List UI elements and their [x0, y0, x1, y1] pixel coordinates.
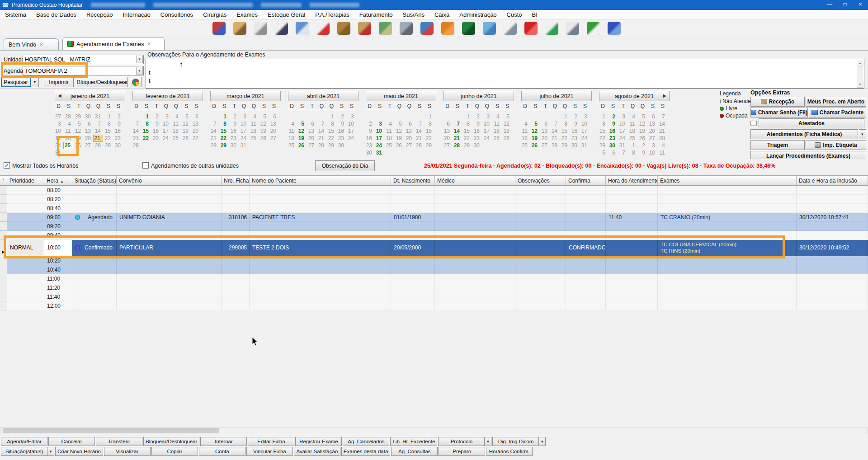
toolbar-ledger-icon[interactable] — [462, 22, 475, 35]
calendar-day-free[interactable]: 21 — [452, 135, 462, 142]
schedule-row-12-00[interactable]: 12:00 — [0, 301, 868, 310]
calendar-day[interactable]: 15 — [462, 127, 472, 135]
calendar-day[interactable]: 27 — [307, 142, 316, 149]
calendar-day[interactable]: 13 — [307, 127, 316, 135]
calendar-day[interactable]: 27 — [647, 135, 657, 142]
calendar-month-header[interactable]: fevereiro de 2021 — [132, 91, 203, 101]
conta-button[interactable]: Conta — [199, 447, 245, 456]
menu-item-p-a-terapias[interactable]: P.A./Terapias — [310, 10, 354, 20]
calendar-day[interactable]: 6 — [647, 113, 657, 120]
calendar-day[interactable]: 23 — [364, 142, 374, 149]
menu-item-base-de-dados[interactable]: Base de Dados — [31, 10, 81, 20]
calendar-day-free[interactable]: 15 — [141, 127, 151, 135]
imp-etiqueta-button[interactable]: Imp. Etiqueta — [806, 140, 866, 150]
calendar-day[interactable]: 18 — [627, 127, 637, 135]
mostrar-todos-checkbox[interactable]: ✓ — [4, 162, 10, 169]
dropdown-icon[interactable]: ▼ — [859, 129, 866, 139]
calendar-day[interactable]: 2 — [229, 113, 239, 120]
toolbar-finance-doc-icon[interactable] — [545, 22, 558, 35]
calendar-day[interactable]: 19 — [73, 135, 83, 142]
column-header-observa-es[interactable]: Observações — [515, 176, 566, 186]
menu-item-caixa[interactable]: Caixa — [429, 10, 454, 20]
calendar-day[interactable]: 5 — [73, 120, 83, 127]
calendar-day[interactable]: 14 — [316, 127, 326, 135]
calendar-day[interactable]: 18 — [171, 127, 181, 135]
calendar-day[interactable]: 17 — [482, 127, 492, 135]
protocolo-button[interactable]: Protocolo — [438, 437, 485, 446]
calendar-day[interactable]: 1 — [462, 113, 472, 120]
calendar-month-header[interactable]: agosto de 2021▶ — [599, 91, 670, 101]
atendimentos-ficha-m-dica-button[interactable]: Atendimentos (Ficha Médica) — [750, 129, 858, 139]
toolbar-medical-records-icon[interactable] — [233, 22, 246, 35]
calendar-day[interactable]: 27 — [269, 135, 278, 142]
calendar-day[interactable]: 18 — [287, 135, 297, 142]
calendar-day[interactable]: 13 — [83, 127, 93, 135]
calendar-day[interactable]: 3 — [647, 142, 657, 149]
calendar-day[interactable]: 7 — [209, 120, 219, 127]
toolbar-monitor-chart-icon[interactable] — [587, 22, 600, 35]
calendar-day[interactable]: 6 — [191, 113, 201, 120]
calendar-day[interactable]: 12 — [502, 120, 512, 127]
calendar-day-free[interactable]: 12 — [297, 127, 307, 135]
calendar-day[interactable]: 4 — [492, 113, 502, 120]
calendar-next-icon[interactable]: ▶ — [663, 93, 666, 98]
calendar-day[interactable]: 11 — [657, 149, 667, 156]
calendar-day[interactable]: 10 — [161, 120, 171, 127]
calendar-day-free[interactable]: 2 — [608, 113, 618, 120]
row-selector[interactable] — [0, 256, 7, 265]
calendar-day[interactable]: 28 — [414, 142, 424, 149]
calendar-day[interactable]: 28 — [209, 142, 219, 149]
calendar-day[interactable]: 7 — [414, 120, 424, 127]
menu-item-recep-o[interactable]: Recepção — [81, 10, 118, 20]
calendar-month-header[interactable]: maio de 2021 — [366, 91, 436, 101]
calendar-day[interactable]: 13 — [404, 127, 414, 135]
calendar-day[interactable]: 4 — [171, 113, 181, 120]
calendar-day[interactable]: 2 — [113, 113, 123, 120]
calendar-day-free[interactable]: 3 — [374, 120, 384, 127]
toolbar-stock-box-icon[interactable] — [337, 22, 350, 35]
toolbar-safe-icon[interactable] — [400, 22, 413, 35]
menu-item-bi[interactable]: BI — [527, 10, 542, 20]
calendar-day[interactable]: 9 — [637, 149, 647, 156]
calendar-day-free[interactable]: 29 — [219, 142, 229, 149]
calendar-day[interactable]: 27 — [191, 135, 201, 142]
calendar-day[interactable]: 5 — [598, 149, 608, 156]
row-selector[interactable] — [0, 265, 7, 274]
calendar-day[interactable]: 16 — [151, 127, 161, 135]
toolbar-ambulance-icon[interactable] — [316, 22, 330, 35]
calendar-day[interactable]: 17 — [239, 127, 249, 135]
calendar-day-free[interactable]: 19 — [530, 135, 540, 142]
calendar-day[interactable]: 29 — [424, 142, 434, 149]
calendar-day[interactable]: 20 — [404, 135, 414, 142]
calendar-day[interactable]: 14 — [209, 127, 219, 135]
calendar-day[interactable]: 26 — [394, 142, 404, 149]
calendar-day[interactable]: 22 — [103, 135, 113, 142]
schedule-row-11-40[interactable]: 11:40 — [0, 292, 868, 301]
calendar-day[interactable]: 5 — [394, 120, 404, 127]
menu-item-consult-rios[interactable]: Consultórios — [156, 10, 198, 20]
calendar-day[interactable]: 28 — [657, 135, 667, 142]
dig-img-dicom-button[interactable]: Dig. Img Dicom — [492, 437, 539, 446]
calendar-day[interactable]: 19 — [181, 127, 191, 135]
calendar-day[interactable]: 29 — [462, 142, 472, 149]
calendar-day[interactable]: 22 — [326, 135, 336, 142]
calendar-day[interactable]: 6 — [608, 149, 618, 156]
calendar-day[interactable]: 25 — [627, 135, 637, 142]
calendar-day[interactable]: 9 — [113, 120, 123, 127]
calendar-day[interactable]: 12 — [637, 120, 647, 127]
calendar-day[interactable]: 24 — [346, 135, 356, 142]
schedule-row-10-20[interactable]: 10:20 — [0, 256, 868, 265]
situa-o-status-dropdown-icon[interactable]: ▼ — [47, 447, 54, 456]
calendar-day[interactable]: 26 — [73, 142, 83, 149]
calendar-day[interactable]: 5 — [181, 113, 191, 120]
transferir-button[interactable]: Transferir — [96, 437, 142, 446]
calendar-day[interactable]: 8 — [627, 149, 637, 156]
calendar-day[interactable]: 4 — [249, 113, 259, 120]
recep-o-button[interactable]: Recepção — [750, 97, 805, 107]
calendar-month-header[interactable]: abril de 2021 — [288, 91, 359, 101]
calendar-day[interactable]: 6 — [83, 120, 93, 127]
column-header-situa-o-status[interactable]: Situação (Status) — [72, 176, 117, 186]
calendar-day[interactable]: 31 — [580, 142, 590, 149]
vincular-ficha-button[interactable]: Vincular Ficha — [246, 447, 293, 456]
calendar-day[interactable]: 23 — [151, 135, 161, 142]
